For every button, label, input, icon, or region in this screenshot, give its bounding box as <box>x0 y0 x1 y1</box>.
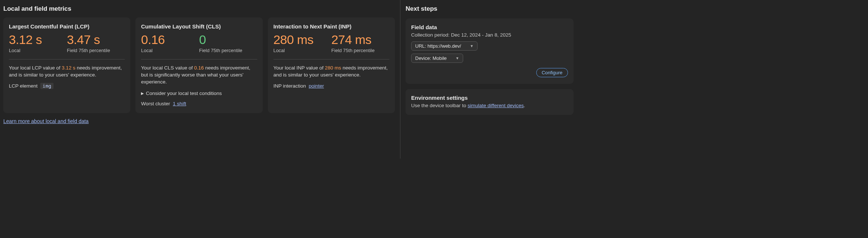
card-lcp: Largest Contentful Paint (LCP) 3.12 s Lo… <box>3 17 130 113</box>
environment-settings-desc: Use the device toolbar to simulate diffe… <box>411 103 568 108</box>
cls-local-label: Local <box>141 48 199 54</box>
inp-local-value: 280 ms <box>273 33 331 47</box>
inp-field-value: 274 ms <box>331 33 389 47</box>
card-lcp-title: Largest Contentful Paint (LCP) <box>9 23 125 30</box>
cls-cluster-link[interactable]: 1 shift <box>173 101 186 106</box>
divider <box>9 59 125 59</box>
configure-button[interactable]: Configure <box>536 68 568 77</box>
chevron-down-icon: ▼ <box>470 44 473 48</box>
section-title-metrics: Local and field metrics <box>3 5 395 13</box>
triangle-right-icon: ▶ <box>141 91 144 95</box>
inp-interaction-label: INP interaction <box>273 83 306 89</box>
cls-local-metric: 0.16 Local <box>141 33 199 54</box>
metrics-cards: Largest Contentful Paint (LCP) 3.12 s Lo… <box>3 17 395 113</box>
lcp-field-metric: 3.47 s Field 75th percentile <box>67 33 125 54</box>
cls-cluster-label: Worst cluster <box>141 101 170 106</box>
simulate-devices-link[interactable]: simulate different devices <box>468 103 524 108</box>
inp-description: Your local INP value of 280 ms needs imp… <box>273 64 389 78</box>
cls-cluster-row: Worst cluster 1 shift <box>141 101 257 106</box>
inp-local-label: Local <box>273 48 331 54</box>
divider <box>273 59 389 59</box>
url-select[interactable]: URL: https://web.dev/ ▼ <box>411 41 478 51</box>
environment-settings-title: Environment settings <box>411 95 568 101</box>
card-inp: Interaction to Next Paint (INP) 280 ms L… <box>268 17 395 113</box>
inp-field-label: Field 75th percentile <box>331 48 389 54</box>
environment-settings-block: Environment settings Use the device tool… <box>406 89 574 115</box>
field-data-collection: Collection period: Dec 12, 2024 - Jan 8,… <box>411 32 568 38</box>
inp-field-metric: 274 ms Field 75th percentile <box>331 33 389 54</box>
divider <box>141 59 257 59</box>
lcp-local-metric: 3.12 s Local <box>9 33 67 54</box>
lcp-field-value: 3.47 s <box>67 33 125 47</box>
cls-expander[interactable]: ▶Consider your local test conditions <box>141 91 257 96</box>
learn-more-link[interactable]: Learn more about local and field data <box>3 118 89 124</box>
cls-description: Your local CLS value of 0.16 needs impro… <box>141 64 257 85</box>
card-cls-title: Cumulative Layout Shift (CLS) <box>141 23 257 30</box>
section-title-next-steps: Next steps <box>406 5 574 13</box>
chevron-down-icon: ▼ <box>455 56 459 60</box>
lcp-element-row: LCP element img <box>9 83 125 89</box>
field-data-block: Field data Collection period: Dec 12, 20… <box>406 18 574 84</box>
lcp-field-label: Field 75th percentile <box>67 48 125 54</box>
cls-field-metric: 0 Field 75th percentile <box>199 33 257 54</box>
cls-local-value: 0.16 <box>141 33 199 47</box>
lcp-element-label: LCP element <box>9 83 38 89</box>
inp-interaction-link[interactable]: pointer <box>309 83 324 89</box>
card-inp-title: Interaction to Next Paint (INP) <box>273 23 389 30</box>
lcp-local-label: Local <box>9 48 67 54</box>
device-select[interactable]: Device: Mobile ▼ <box>411 54 463 63</box>
lcp-local-value: 3.12 s <box>9 33 67 47</box>
field-data-title: Field data <box>411 24 568 30</box>
cls-field-value: 0 <box>199 33 257 47</box>
cls-field-label: Field 75th percentile <box>199 48 257 54</box>
inp-interaction-row: INP interaction pointer <box>273 83 389 89</box>
lcp-description: Your local LCP value of 3.12 s needs imp… <box>9 64 125 78</box>
inp-local-metric: 280 ms Local <box>273 33 331 54</box>
lcp-element-chip[interactable]: img <box>40 83 53 89</box>
card-cls: Cumulative Layout Shift (CLS) 0.16 Local… <box>135 17 262 113</box>
